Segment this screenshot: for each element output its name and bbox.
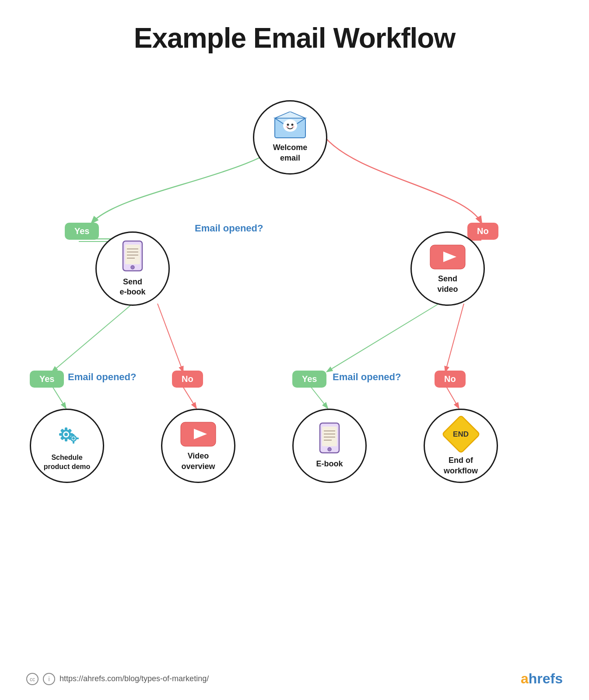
schedule-demo-label: Schedule product demo xyxy=(44,453,91,472)
cc-icon: cc xyxy=(26,673,39,685)
end-workflow-node: END End of workflow xyxy=(424,409,498,483)
svg-text:END: END xyxy=(453,430,469,438)
svg-point-18 xyxy=(292,126,294,128)
footer-left: cc i https://ahrefs.com/blog/types-of-ma… xyxy=(26,673,209,685)
info-icon: i xyxy=(43,673,55,685)
welcome-email-node: Welcome email xyxy=(253,100,327,175)
svg-rect-43 xyxy=(76,438,79,439)
svg-marker-13 xyxy=(275,112,305,118)
diagram-container: Welcome email Email opened? Yes No Send … xyxy=(0,67,589,689)
svg-rect-30 xyxy=(65,427,67,431)
end-workflow-label: End of workflow xyxy=(444,455,478,476)
footer: cc i https://ahrefs.com/blog/types-of-ma… xyxy=(0,671,589,687)
svg-point-16 xyxy=(291,124,294,126)
no-badge-1: No xyxy=(467,223,498,240)
svg-point-39 xyxy=(72,437,75,440)
svg-line-3 xyxy=(53,304,133,371)
footer-url: https://ahrefs.com/blog/types-of-marketi… xyxy=(60,674,209,683)
ahrefs-brand: ahrefs xyxy=(521,671,563,687)
svg-rect-20 xyxy=(125,245,140,264)
svg-line-7 xyxy=(53,387,66,408)
welcome-email-icon xyxy=(273,112,308,140)
ebook-node: E-book xyxy=(292,409,367,483)
svg-line-4 xyxy=(158,304,183,371)
svg-text:cc: cc xyxy=(30,676,35,682)
welcome-email-label: Welcome email xyxy=(273,143,308,163)
svg-rect-32 xyxy=(59,433,63,436)
svg-point-29 xyxy=(64,433,68,436)
ebook-icon xyxy=(119,240,146,274)
video-overview-label: Video overview xyxy=(181,451,215,472)
yes-badge-3: Yes xyxy=(292,371,326,388)
svg-line-8 xyxy=(183,387,196,408)
svg-point-17 xyxy=(286,126,288,128)
question-2: Email opened? xyxy=(68,371,136,383)
video-icon-2 xyxy=(179,420,218,448)
svg-point-52 xyxy=(328,448,331,451)
no-badge-3: No xyxy=(435,371,466,388)
svg-rect-47 xyxy=(322,427,337,446)
svg-point-14 xyxy=(283,119,297,132)
end-sign-icon: END xyxy=(442,416,480,453)
question-3: Email opened? xyxy=(333,371,401,383)
schedule-demo-node: Schedule product demo xyxy=(30,409,104,483)
page-title: Example Email Workflow xyxy=(0,0,589,67)
question-1: Email opened? xyxy=(195,223,263,234)
svg-point-15 xyxy=(287,124,289,126)
send-ebook-node: Send e-book xyxy=(95,231,170,306)
ebook-label: E-book xyxy=(316,459,343,469)
svg-line-6 xyxy=(445,304,464,371)
no-badge-2: No xyxy=(172,371,203,388)
ebook-icon-2 xyxy=(316,422,343,456)
svg-line-9 xyxy=(311,387,327,408)
svg-rect-41 xyxy=(73,441,74,444)
svg-text:i: i xyxy=(48,676,49,682)
svg-rect-31 xyxy=(65,438,67,441)
send-video-node: Send video xyxy=(410,231,485,306)
send-video-label: Send video xyxy=(437,274,458,294)
svg-point-25 xyxy=(131,266,134,269)
send-ebook-label: Send e-book xyxy=(119,277,145,298)
svg-line-5 xyxy=(327,304,439,371)
yes-badge-1: Yes xyxy=(65,223,99,240)
yes-badge-2: Yes xyxy=(30,371,64,388)
video-overview-node: Video overview xyxy=(161,409,235,483)
video-icon-1 xyxy=(428,243,467,271)
gears-icon xyxy=(49,420,84,451)
svg-line-10 xyxy=(446,387,459,408)
svg-rect-40 xyxy=(73,434,74,437)
svg-rect-42 xyxy=(69,438,72,439)
